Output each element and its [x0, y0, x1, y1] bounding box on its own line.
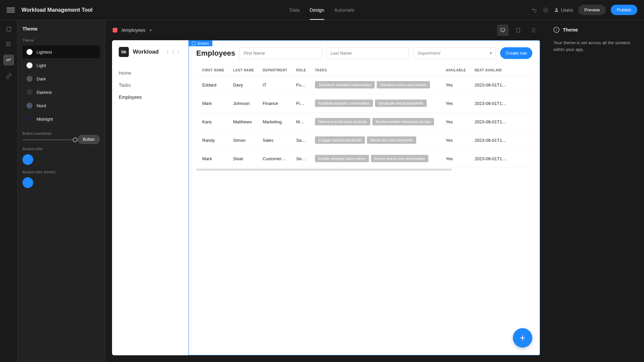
nav-item-home[interactable]: Home: [119, 67, 181, 79]
task-chip: Enable strategic action-items: [315, 155, 369, 162]
accent-label: Accent color: [22, 147, 100, 151]
undo-icon[interactable]: [532, 7, 538, 13]
screen-container[interactable]: Screen Employees Department ▾ Create row: [189, 40, 540, 355]
cell-department: Marketing: [263, 119, 296, 124]
cell-role: Se…: [296, 156, 315, 161]
task-chip: Morph dot-com bandwidth: [367, 136, 416, 144]
theme-option-darkest[interactable]: Darkest: [22, 86, 100, 99]
table-row[interactable]: Mark Johnson Finance Fi… Facilitate dyna…: [196, 94, 532, 113]
table-row[interactable]: Kara Matthews Marketing M… Reinvent worl…: [196, 113, 532, 131]
first-name-input[interactable]: [239, 47, 322, 59]
col-first-name[interactable]: FIRST NAME: [202, 68, 233, 72]
theme-icon[interactable]: [3, 55, 14, 65]
theme-panel: Theme Theme LightestLightDarkDarkestNord…: [17, 20, 105, 362]
table-row[interactable]: Eddard Davy IT Fu… Transform scalable re…: [196, 76, 532, 94]
cell-department: Sales: [263, 138, 296, 143]
components-icon[interactable]: [5, 40, 13, 48]
cell-next-available: 2023-06-01T1…: [475, 138, 526, 143]
theme-option-midnight[interactable]: Midnight: [22, 113, 100, 125]
panel-title: Theme: [22, 26, 100, 32]
svg-point-8: [6, 45, 7, 46]
cell-first-name: Eddard: [202, 82, 233, 87]
tab-data[interactable]: Data: [289, 0, 300, 20]
hamburger-icon[interactable]: [7, 6, 15, 14]
cell-tasks: Enable strategic action-itemsEvolve one-…: [315, 155, 446, 162]
chevron-down-icon[interactable]: ▾: [150, 28, 152, 33]
col-department[interactable]: DEPARTMENT: [263, 68, 296, 72]
tab-design[interactable]: Design: [310, 0, 324, 20]
mobile-icon[interactable]: [528, 24, 539, 36]
cell-role: Fi…: [296, 101, 315, 106]
app-sidebar: bb Workload ⋮⋮⋮ HomeTasksEmployees: [112, 40, 189, 355]
tablet-icon[interactable]: [513, 24, 524, 36]
employees-table: FIRST NAME LAST NAME DEPARTMENT ROLE TAS…: [196, 65, 532, 171]
last-name-input[interactable]: [326, 47, 409, 59]
users-button[interactable]: Users: [554, 7, 574, 13]
app-title: Workload Management Tool: [21, 7, 93, 13]
cell-last-name: Simon: [233, 138, 263, 143]
col-last-name[interactable]: LAST NAME: [233, 68, 263, 72]
cell-department: Finance: [263, 101, 296, 106]
cell-tasks: Engage vertical bandwidthMorph dot-com b…: [315, 136, 446, 144]
accent-color-swatch[interactable]: [22, 154, 33, 165]
theme-name: Midnight: [37, 117, 53, 122]
col-tasks[interactable]: TASKS: [315, 68, 446, 72]
theme-swatch: [26, 49, 33, 55]
theme-name: Nord: [37, 103, 46, 108]
col-role[interactable]: ROLE: [296, 68, 315, 72]
preview-button[interactable]: Preview: [578, 5, 606, 15]
accent-hover-swatch[interactable]: [22, 177, 33, 188]
theme-section-label: Theme: [22, 38, 100, 42]
screen-tag-icon: [192, 42, 196, 45]
screens-icon[interactable]: [5, 25, 13, 33]
task-chip: Facilitate dynamic communities: [315, 100, 373, 107]
publish-button[interactable]: Publish: [611, 5, 637, 15]
theme-option-nord[interactable]: Nord: [22, 99, 100, 112]
theme-option-light[interactable]: Light: [22, 59, 100, 72]
cell-role: Fu…: [296, 82, 315, 87]
desktop-icon[interactable]: [497, 24, 508, 36]
theme-option-lightest[interactable]: Lightest: [22, 46, 100, 58]
col-next-available[interactable]: NEXT AVAILABI: [475, 68, 526, 72]
screen-tag: Screen: [189, 40, 212, 46]
accent-hover-label: Accent color (hover): [22, 170, 100, 174]
cell-last-name: Davy: [233, 82, 263, 87]
theme-option-dark[interactable]: Dark: [22, 72, 100, 85]
cell-tasks: Reinvent world-class eyeballsReintermedi…: [315, 118, 446, 125]
icon-sidebar: [0, 20, 17, 362]
cell-next-available: 2023-06-01T1…: [475, 119, 526, 124]
task-chip: Reinvent world-class eyeballs: [315, 118, 370, 125]
theme-name: Darkest: [37, 90, 52, 95]
tab-automate[interactable]: Automate: [334, 0, 355, 20]
chevron-down-icon: ▾: [489, 51, 492, 56]
app-logo: bb: [119, 47, 129, 57]
cell-last-name: Johnson: [233, 101, 263, 106]
svg-point-7: [6, 44, 7, 44]
route-text[interactable]: /employees: [121, 27, 146, 33]
nav-item-employees[interactable]: Employees: [119, 91, 181, 103]
theme-swatch: [26, 103, 33, 109]
slider-thumb[interactable]: [73, 137, 77, 142]
drag-icon[interactable]: ⋮⋮⋮: [165, 49, 181, 55]
table-row[interactable]: Randy Simon Sales Sa… Engage vertical ba…: [196, 131, 532, 149]
cell-first-name: Mark: [202, 101, 233, 106]
task-chip: Reintermediate interactive portals: [372, 118, 434, 125]
table-horizontal-scrollbar[interactable]: [196, 169, 452, 171]
cell-next-available: 2023-06-01T1…: [475, 156, 526, 161]
right-panel-title: Theme: [563, 27, 578, 33]
globe-icon[interactable]: [543, 7, 549, 13]
users-icon: [554, 7, 559, 13]
nav-item-tasks[interactable]: Tasks: [119, 79, 181, 91]
svg-point-1: [555, 8, 557, 10]
sample-button: Button: [77, 135, 100, 144]
cell-last-name: Sloat: [233, 156, 263, 161]
cell-first-name: Mark: [202, 156, 233, 161]
create-row-button[interactable]: Create row: [500, 47, 532, 59]
link-icon[interactable]: [5, 72, 13, 80]
table-row[interactable]: Mark Sloat Customer… Se… Enable strategi…: [196, 149, 532, 168]
col-available[interactable]: AVAILABLE: [446, 68, 475, 72]
fab-add-button[interactable]: +: [513, 328, 532, 348]
department-select[interactable]: Department ▾: [413, 47, 496, 59]
svg-rect-2: [7, 27, 11, 31]
cell-role: M…: [296, 119, 315, 124]
